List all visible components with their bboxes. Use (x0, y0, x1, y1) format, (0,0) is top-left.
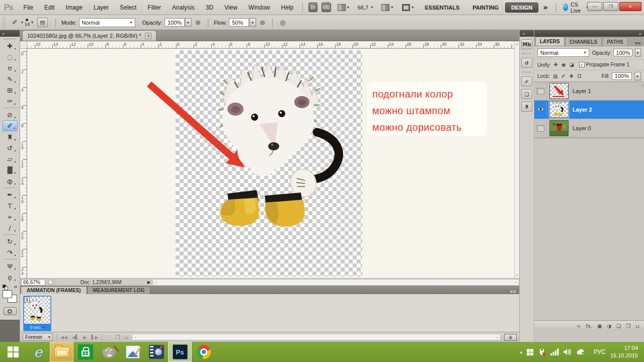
dock-collapse-button[interactable]: « (520, 30, 534, 37)
move-tool[interactable]: ✚ (3, 40, 18, 51)
options-grip[interactable] (3, 17, 6, 28)
layer-visibility-toggle[interactable] (534, 101, 547, 119)
opacity-spinner-icon[interactable]: ▸ (185, 18, 192, 27)
loop-count-select[interactable]: Forever ▾ (23, 333, 53, 341)
brush-size-picker[interactable]: 14 (25, 19, 30, 27)
minimize-button[interactable]: — (587, 2, 602, 11)
opacity-field[interactable]: 100% (165, 18, 185, 27)
tools-grip[interactable] (4, 38, 16, 40)
new-group-icon[interactable]: ❏ (616, 323, 621, 329)
layer-row-layer-2[interactable]: Layer 2 (534, 101, 644, 119)
tab-paths[interactable]: PATHS (602, 37, 627, 46)
fill-spinner-icon[interactable]: ▸ (634, 72, 641, 80)
opacity-spinner-icon[interactable]: ▸ (635, 48, 641, 57)
scroll-left-icon[interactable]: ‹ (155, 280, 157, 285)
convert-to-timeline-button[interactable]: ≣ (504, 334, 517, 341)
tools-collapse-button[interactable]: » (0, 30, 20, 37)
menu-help[interactable]: Help (276, 0, 299, 15)
brushes-panel[interactable]: ✐ (521, 76, 532, 86)
elliptical-marquee-tool[interactable]: ◌ (3, 51, 18, 62)
lock-pixels-icon[interactable]: ✐ (560, 73, 567, 79)
photo-editor-taskbar-button[interactable] (121, 342, 144, 362)
swap-colors-icon[interactable]: ⇄ (14, 285, 18, 289)
panel-collapse-button[interactable]: » (534, 30, 644, 37)
pen-tool[interactable]: ✒ (3, 189, 18, 200)
lock-transparency-icon[interactable]: ▨ (552, 73, 558, 79)
tab-channels[interactable]: CHANNELS (565, 37, 602, 46)
blend-mode-select[interactable]: Normal ▾ (79, 18, 135, 27)
propagate-checkbox[interactable]: ✓ (579, 62, 585, 67)
restore-button[interactable]: ❐ (603, 2, 618, 11)
gradient-tool[interactable]: ▓ (3, 164, 18, 175)
play-animation-button[interactable]: ▶ (84, 335, 87, 340)
menu-edit[interactable]: Edit (39, 0, 60, 15)
history-panel[interactable]: ↺ (521, 58, 532, 68)
animation-frame[interactable]: 1 0 sec. ▾ (23, 296, 51, 331)
mini-bridge-button[interactable]: Mb (321, 3, 331, 12)
workspace-painting[interactable]: PAINTING (466, 5, 505, 11)
link-layers-icon[interactable]: ∞ (577, 323, 581, 329)
tool-presets-panel[interactable]: ❑ (521, 89, 532, 99)
scroll-down-icon[interactable]: ∨ (516, 273, 518, 277)
new-layer-icon[interactable]: ❐ (626, 323, 630, 329)
eraser-tool[interactable]: ▱ (3, 153, 18, 164)
airbrush-icon[interactable]: ⊚ (195, 19, 201, 26)
layer-visibility-toggle[interactable] (534, 82, 547, 100)
crop-tool[interactable]: ⊞ (3, 84, 18, 96)
status-zoom-field[interactable]: 66,67% (21, 279, 45, 286)
status-menu-icon[interactable]: ▶ (147, 280, 150, 285)
tab-close-icon[interactable]: × (145, 33, 151, 39)
file-explorer-taskbar-button[interactable] (50, 342, 73, 362)
menu-layer[interactable]: Layer (88, 0, 114, 15)
type-tool[interactable]: T (3, 200, 18, 211)
path-selection-tool[interactable]: ➢ (3, 211, 18, 222)
3d-roll-tool[interactable]: ↷ (3, 247, 18, 258)
tab-layers[interactable]: LAYERS (535, 37, 565, 46)
screen-mode-button[interactable]: ▾ (400, 3, 415, 13)
default-colors-icon[interactable] (5, 287, 8, 290)
menu-filter[interactable]: Filter (142, 0, 167, 15)
scroll-up-icon[interactable]: ∧ (640, 83, 643, 87)
menu-3d[interactable]: 3D (200, 0, 219, 15)
layer-opacity-field[interactable]: 100% (613, 49, 632, 56)
bridge-button[interactable]: Br (308, 3, 317, 12)
panel-menu-icon[interactable]: ▾≡ (635, 41, 641, 46)
layer-row-layer-1[interactable]: Layer 1 (534, 82, 644, 101)
menu-view[interactable]: View (219, 0, 243, 15)
internet-explorer-taskbar-button[interactable]: e (26, 342, 50, 362)
onedrive-tray-icon[interactable] (577, 342, 586, 362)
workspace-overflow-icon[interactable]: » (543, 3, 548, 12)
scroll-right-icon[interactable]: › (496, 335, 498, 340)
layer-row-layer-0[interactable]: Layer 0 (534, 119, 644, 138)
scroll-right-icon[interactable]: › (515, 280, 517, 285)
taskbar-clock[interactable]: 17:04 15.10.2015 (610, 342, 638, 362)
menu-analysis[interactable]: Analysis (167, 0, 200, 15)
flow-field[interactable]: 50% (229, 18, 249, 27)
scroll-left-icon[interactable]: ‹ (134, 335, 136, 340)
flow-spinner-icon[interactable]: ▸ (250, 18, 256, 27)
previous-frame-button[interactable]: ◀▌ (72, 335, 79, 340)
close-button[interactable]: × (619, 2, 641, 11)
clone-stamp-tool[interactable]: ♜ (3, 131, 18, 142)
zoom-tool[interactable]: ϙ (3, 272, 18, 283)
unify-visibility-icon[interactable]: ◉ (560, 61, 567, 68)
network-tray-icon[interactable] (550, 342, 559, 362)
lock-position-icon[interactable]: ✚ (568, 73, 575, 79)
first-frame-button[interactable]: ◀◀ (60, 335, 67, 340)
duplicate-frame-icon[interactable]: ❐ (115, 334, 120, 340)
tab-animation-frames[interactable]: ANIMATION (FRAMES) (21, 286, 87, 294)
action-center-tray-icon[interactable] (527, 342, 533, 362)
ruler-origin[interactable] (20, 41, 27, 49)
hand-tool[interactable]: Ψ (3, 260, 18, 272)
layer-style-icon[interactable]: fx. (586, 323, 592, 329)
tween-icon[interactable]: ⋱ (106, 334, 111, 340)
power-alert-tray-icon[interactable] (538, 342, 546, 362)
foreground-color-swatch[interactable] (3, 290, 12, 298)
spot-healing-brush-tool[interactable]: ⊘ (3, 109, 18, 120)
mini-bridge-panel[interactable]: Mb (521, 39, 532, 49)
document-tab[interactable]: 102401580z.jpg @ 66,7% (Layer 2, RGB/8#)… (22, 30, 156, 41)
next-frame-button[interactable]: ▌▶ (92, 335, 99, 340)
tab-measurement-log[interactable]: MEASUREMENT LOG (87, 286, 151, 294)
chrome-taskbar-button[interactable] (192, 342, 215, 362)
menu-window[interactable]: Window (243, 0, 276, 15)
